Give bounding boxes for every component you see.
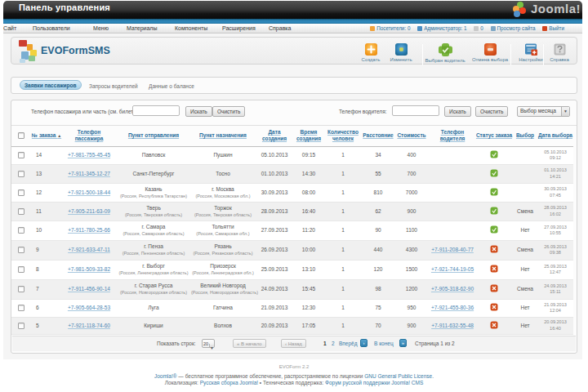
- svg-text:Joomla!: Joomla!: [531, 2, 581, 16]
